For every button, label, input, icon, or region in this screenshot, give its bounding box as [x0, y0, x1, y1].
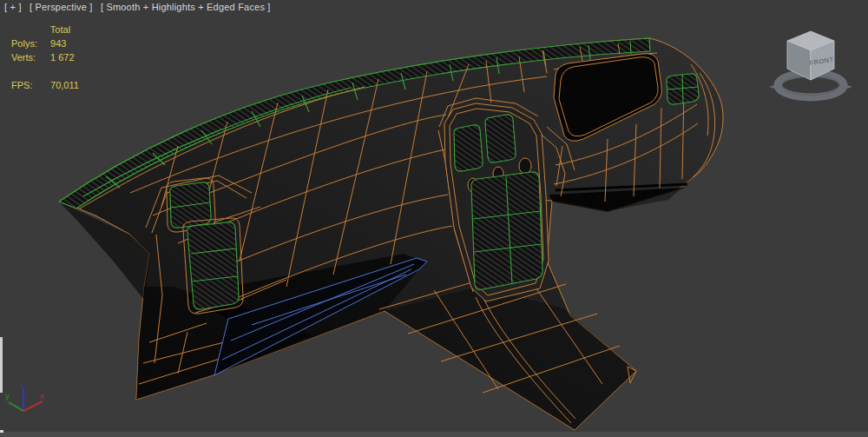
stats-header-row: Total	[11, 23, 79, 36]
viewcube[interactable]: FRONT	[759, 14, 863, 109]
axis-y-line	[9, 402, 23, 411]
viewport-3d[interactable]: [ + ] [ Perspective ] [ Smooth + Highlig…	[0, 0, 868, 437]
console-vent-left[interactable]	[454, 125, 483, 171]
viewport-menu-shading[interactable]: [ Smooth + Highlights + Edged Faces ]	[101, 2, 271, 12]
statistics-overlay: Total Polys: 943 Verts: 1 672 FPS: 70,01…	[11, 23, 79, 92]
stats-polys-label: Polys:	[11, 36, 48, 50]
axis-z-label: z	[21, 381, 25, 389]
viewport-menu-pov[interactable]: [ Perspective ]	[30, 2, 93, 12]
axis-x-line	[23, 401, 43, 411]
viewport-label-bar: [ + ] [ Perspective ] [ Smooth + Highlig…	[4, 2, 276, 12]
viewport-canvas[interactable]	[0, 0, 868, 437]
axis-x-label: x	[40, 392, 44, 401]
viewport-menu-general[interactable]: [ + ]	[4, 2, 22, 12]
bottom-edge-bar	[0, 432, 868, 437]
stats-verts-value: 1 672	[50, 52, 75, 63]
stats-verts-row: Verts: 1 672	[11, 50, 79, 64]
stats-polys-row: Polys: 943	[11, 36, 79, 50]
stats-verts-label: Verts:	[11, 50, 48, 64]
axis-gizmo: z y x	[2, 381, 54, 433]
stats-fps-label: FPS:	[11, 78, 48, 92]
left-edge-strip	[0, 337, 3, 393]
stats-fps-row: FPS: 70,011	[11, 78, 79, 92]
stats-fps-value: 70,011	[50, 80, 79, 90]
left-vent-lower[interactable]	[187, 222, 240, 309]
stats-polys-value: 943	[50, 38, 66, 49]
console-knob-3[interactable]	[519, 158, 531, 174]
stats-total-header: Total	[50, 24, 70, 35]
axis-y-label: y	[5, 392, 10, 401]
console-vent-right[interactable]	[485, 115, 516, 162]
corner-artifact	[0, 430, 3, 433]
